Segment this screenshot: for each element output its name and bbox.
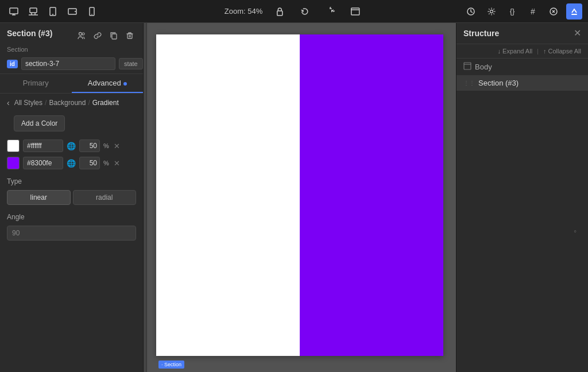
percent-symbol-purple: %: [103, 160, 109, 166]
angle-input[interactable]: [7, 226, 136, 241]
redo-icon[interactable]: [322, 3, 338, 20]
canvas-area[interactable]: · Section: [144, 23, 456, 372]
settings-icon[interactable]: [483, 3, 500, 20]
section-item-label: Section (#3): [478, 79, 519, 87]
toolbar-right: {} #: [463, 3, 582, 20]
main-layout: Section (#3): [0, 23, 588, 372]
percent-input-purple[interactable]: [79, 157, 100, 169]
toolbar: Zoom: 54%: [0, 0, 588, 23]
svg-rect-26: [464, 63, 471, 69]
undo-icon[interactable]: [297, 3, 313, 20]
expand-all-button[interactable]: ↓ Expand All: [498, 48, 533, 55]
type-linear-button[interactable]: linear: [7, 190, 71, 205]
remove-btn-purple[interactable]: ✕: [114, 159, 120, 168]
body-label: Body: [475, 63, 492, 71]
panel-header: Section (#3): [0, 23, 143, 74]
section-label: Section: [7, 46, 136, 53]
structure-body-row: Body: [457, 59, 588, 75]
add-color-button[interactable]: Add a Color: [14, 115, 65, 131]
grid-icon[interactable]: #: [525, 3, 541, 20]
left-panel: Section (#3): [0, 23, 144, 372]
breadcrumb-background[interactable]: Background: [49, 99, 86, 107]
angle-label: Angle: [0, 207, 143, 223]
lock-icon[interactable]: [272, 3, 288, 20]
type-label: Type: [0, 172, 143, 188]
right-panel-header: Structure ✕: [457, 23, 588, 44]
color-hex-white[interactable]: [23, 140, 63, 152]
canvas-section-label: · Section: [158, 361, 184, 369]
breadcrumb-current: Gradient: [92, 99, 119, 107]
tabs-row: Primary Advanced: [0, 74, 143, 94]
id-badge: id: [7, 60, 18, 68]
id-input[interactable]: [21, 57, 115, 70]
delete-icon[interactable]: [123, 29, 136, 42]
toolbar-center: Zoom: 54%: [225, 3, 363, 20]
type-buttons: linear radial: [0, 188, 143, 207]
color-swatch-purple[interactable]: [7, 157, 20, 169]
canvas-content: · Section: [155, 34, 444, 361]
canvas-left-edge: [144, 23, 147, 372]
id-row: id state: [7, 57, 136, 70]
code-icon[interactable]: {}: [504, 3, 520, 20]
svg-rect-22: [112, 34, 117, 39]
close-panel-button[interactable]: ✕: [574, 29, 581, 38]
svg-rect-14: [351, 8, 359, 15]
clock-icon[interactable]: [463, 3, 479, 20]
section-drag-icon: ⋮⋮: [463, 80, 475, 86]
mobile-icon[interactable]: [84, 3, 100, 20]
laptop-icon[interactable]: [25, 3, 41, 20]
svg-rect-3: [30, 8, 37, 13]
globe-icon-purple[interactable]: 🌐: [67, 159, 76, 168]
svg-rect-13: [277, 11, 283, 16]
advanced-dot: [123, 82, 127, 86]
state-button[interactable]: state: [119, 58, 143, 69]
toolbar-left: [6, 3, 100, 20]
publish-icon[interactable]: [566, 3, 582, 20]
right-panel: Structure ✕ ↓ Expand All | ↑ Collapse Al…: [456, 23, 588, 372]
svg-point-17: [490, 10, 493, 13]
canvas-page[interactable]: · Section: [156, 34, 443, 356]
color-stop-purple: 🌐 % ✕: [0, 154, 143, 172]
breadcrumb-all-styles[interactable]: All Styles: [14, 99, 42, 107]
svg-rect-0: [10, 8, 18, 14]
zoom-label[interactable]: Zoom: 54%: [225, 7, 262, 16]
svg-point-20: [79, 33, 82, 36]
percent-symbol-white: %: [103, 142, 109, 149]
type-radial-button[interactable]: radial: [73, 190, 137, 205]
expand-collapse-row: ↓ Expand All | ↑ Collapse All: [457, 44, 588, 59]
structure-section-item[interactable]: ⋮⋮ Section (#3): [457, 75, 588, 91]
person-icon[interactable]: [75, 29, 88, 42]
collapse-all-button[interactable]: ↑ Collapse All: [543, 48, 581, 55]
svg-rect-19: [571, 14, 577, 15]
svg-point-10: [75, 11, 76, 12]
angle-input-row: °: [0, 223, 143, 243]
panel-title: Section (#3): [7, 29, 52, 38]
breadcrumb: ‹ All Styles / Background / Gradient: [0, 94, 143, 112]
right-panel-title: Structure: [463, 29, 499, 38]
tab-advanced[interactable]: Advanced: [72, 74, 144, 93]
tab-primary[interactable]: Primary: [0, 74, 72, 93]
svg-point-12: [91, 14, 92, 15]
color-swatch-white[interactable]: [7, 140, 20, 152]
body-icon: [463, 62, 471, 72]
canvas-section-left: [156, 34, 300, 356]
breadcrumb-back-icon[interactable]: ‹: [7, 98, 10, 107]
svg-point-8: [52, 14, 53, 15]
percent-input-white[interactable]: [79, 140, 100, 152]
svg-point-21: [82, 33, 84, 35]
globe-icon-white[interactable]: 🌐: [67, 142, 76, 150]
monitor-icon[interactable]: [6, 3, 22, 20]
remove-btn-white[interactable]: ✕: [114, 142, 120, 150]
color-hex-purple[interactable]: [23, 157, 63, 169]
exit-icon[interactable]: [546, 3, 562, 20]
svg-rect-23: [127, 34, 132, 38]
canvas-section-right: [300, 34, 443, 356]
link-icon[interactable]: [91, 29, 104, 42]
canvas-section[interactable]: [156, 34, 443, 356]
tablet-icon[interactable]: [45, 3, 61, 20]
tablet-landscape-icon[interactable]: [64, 3, 80, 20]
screen-layout-icon[interactable]: [347, 3, 363, 20]
copy-icon[interactable]: [107, 29, 120, 42]
color-stop-white: 🌐 % ✕: [0, 137, 143, 154]
